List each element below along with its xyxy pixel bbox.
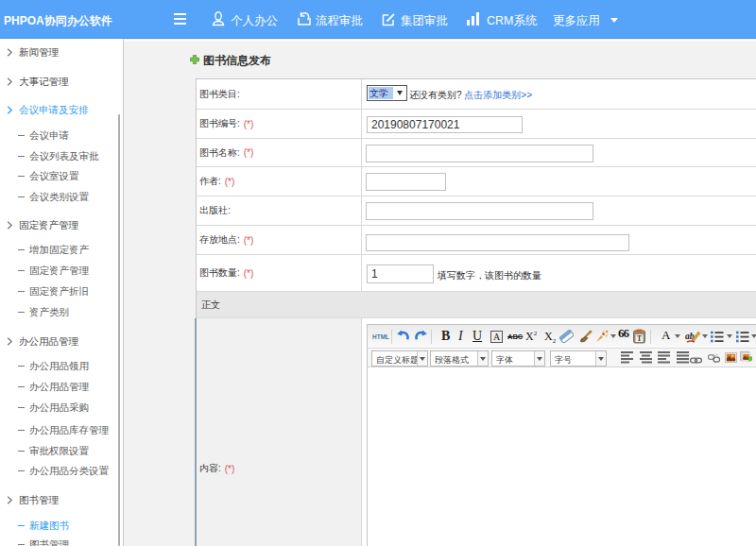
svg-text:T: T bbox=[637, 334, 642, 343]
